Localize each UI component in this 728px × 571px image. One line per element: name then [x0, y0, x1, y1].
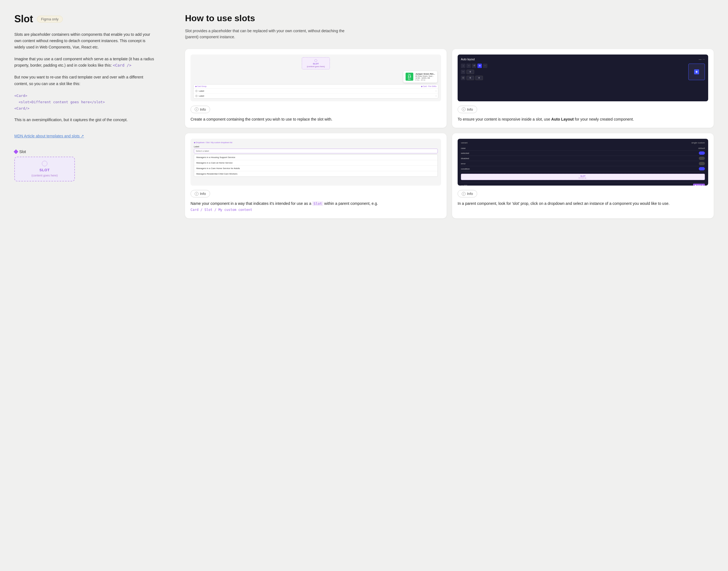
card1-slot-box: SLOT (content goes here)	[302, 57, 330, 70]
al-btn-right: →	[466, 64, 471, 68]
appt-date-box: Tue 13 Mar	[405, 73, 413, 81]
chevron-icon-1: ›	[436, 90, 437, 92]
info-icon-4: i	[462, 192, 466, 196]
info-btn-1[interactable]: i Info	[191, 106, 210, 113]
info-icon-1: i	[195, 107, 199, 111]
person-icon-2	[195, 95, 198, 97]
card4-disabled-label: disabled	[461, 157, 469, 160]
page-title: Slot	[14, 13, 33, 25]
card4-row-selected: selected	[461, 150, 705, 156]
card4-row-disabled: disabled	[461, 156, 705, 161]
card4-selected-label: selected	[461, 152, 469, 154]
card3-content: ◆ Dropdown / Slot / My custom dropdown l…	[191, 139, 441, 186]
slot-code-tag: Slot	[312, 201, 323, 206]
figma-only-badge: Figma only	[37, 16, 63, 23]
card1-slot-circle	[315, 59, 317, 62]
appt-day: 13	[407, 75, 412, 78]
info-btn-3[interactable]: i Info	[191, 190, 210, 197]
al-row-2: ⊡ 0 0	[461, 76, 686, 80]
person-icon-1	[195, 90, 198, 92]
list-row-2: Label ›	[194, 94, 438, 99]
al-row-arrows: ↓ → ↺ ⊞ ···	[461, 64, 686, 68]
info-btn-label-4: Info	[467, 192, 473, 196]
info-btn-label-1: Info	[200, 107, 206, 112]
toggle-disabled[interactable]	[699, 157, 705, 160]
card3-input[interactable]: Select a label	[194, 149, 438, 153]
al-center-icon	[694, 70, 699, 74]
al-icon-padding: ⊡	[461, 76, 465, 80]
al-btn-more: ···	[483, 64, 487, 68]
auto-layout-bold: Auto Layout	[551, 117, 574, 121]
card1-list: ◆ Card Group ◆ Card · Fire Shiftu Label …	[193, 84, 438, 99]
info-btn-4[interactable]: i Info	[458, 190, 477, 197]
card2-content: Auto layout — ··· ↓ → ↺ ⊞	[458, 54, 708, 101]
info-card-2: Auto layout — ··· ↓ → ↺ ⊞	[452, 49, 714, 128]
left-panel: Slot Figma only Slots are placeholder co…	[0, 0, 171, 571]
breadcrumb-left: ◆ Card Group	[195, 85, 207, 88]
title-row: Slot Figma only	[14, 13, 156, 25]
svg-rect-1	[696, 71, 697, 73]
card1-appt-card: Tue 13 Mar Juniper Green Ret... 60 Rose …	[403, 71, 437, 83]
card4-panel-bottom: ↔ slot ◆ Slot ↗	[461, 182, 705, 186]
info-btn-label-3: Info	[200, 192, 206, 196]
al-input-2[interactable]: 0	[466, 76, 474, 80]
card4-variant-label: variant	[461, 141, 468, 144]
al-input-1[interactable]: 0	[466, 70, 474, 74]
slot-diamond-icon	[14, 149, 18, 154]
info-icon-2: i	[462, 107, 466, 111]
more-icon: ···	[703, 58, 705, 61]
slot-inner-text: SLOT	[39, 168, 49, 172]
card4-error-label: error	[461, 162, 466, 165]
dropdown-item-1[interactable]: Managers in a Housing Support Service	[194, 155, 438, 160]
dropdown-item-3[interactable]: Managers in a Care Home Service for Adul…	[194, 166, 438, 171]
card2-desc: To ensure your content is responsive ins…	[458, 116, 708, 122]
card1-image: SLOT (content goes here) Tue 13 Mar Juni…	[191, 54, 441, 101]
card4-desc: In a parent component, look for 'slot' p…	[458, 201, 708, 207]
al-input-3[interactable]: 0	[475, 76, 483, 80]
card4-case-value: default	[698, 147, 705, 149]
card1-slot-sub: (content goes here)	[307, 66, 325, 68]
info-card-1: SLOT (content goes here) Tue 13 Mar Juni…	[185, 49, 447, 128]
card3-path: Card / Slot / My custom content	[191, 208, 252, 212]
intro-text-4: This is an oversimplification, but it ca…	[14, 117, 156, 123]
list-row-1: Label ›	[194, 89, 438, 94]
info-btn-2[interactable]: i Info	[458, 106, 477, 113]
slot-label-text: Slot	[19, 149, 26, 154]
info-btn-label-2: Info	[467, 107, 473, 112]
breadcrumb-right: ◆ Card · Fire Shiftu	[421, 85, 437, 88]
appt-address: 60 Rose Green, Sout...	[415, 75, 435, 77]
row2-left: Label	[195, 95, 204, 97]
appt-duration: 6 hrs · 20 mi	[415, 79, 435, 81]
card4-bottom-value[interactable]: ◆ Slot ↗	[693, 184, 705, 186]
toggle-error[interactable]	[699, 162, 705, 165]
card1-slot-label: SLOT	[313, 63, 319, 65]
card4-content: variant single custom case default selec…	[458, 139, 708, 186]
autolayout-actions: — ···	[699, 58, 705, 61]
dropdown-item-2[interactable]: Managers in a Care at Home Service	[194, 160, 438, 166]
chevron-icon-2: ›	[436, 95, 437, 97]
mdn-link[interactable]: MDN Article about templates and slots ↗	[14, 134, 84, 138]
info-icon-3: i	[195, 192, 199, 196]
appt-info: Juniper Green Ret... 60 Rose Green, Sout…	[415, 73, 435, 81]
card3-label: Label	[194, 145, 438, 148]
row1-label: Label	[199, 90, 204, 92]
code-block: <Card> <slot>Different content goes here…	[14, 93, 156, 112]
al-row-1: ↔ 0	[461, 70, 686, 74]
al-btn-refresh: ↺	[472, 64, 476, 68]
row2-label: Label	[199, 95, 204, 97]
info-card-3: ◆ Dropdown / Slot / My custom dropdown l…	[185, 133, 447, 218]
card4-row-case: case default	[461, 146, 705, 150]
dropdown-item-4[interactable]: Managers Residential Child Care Workers	[194, 171, 438, 177]
card4-case-label: case	[461, 147, 466, 149]
card4-slot-sub: (content g...	[463, 177, 703, 179]
toggle-selected[interactable]	[699, 151, 705, 155]
intro-text-3: But now you want to re-use this card tem…	[14, 74, 156, 87]
card1-breadcrumb: ◆ Card Group ◆ Card · Fire Shiftu	[194, 85, 438, 89]
toggle-condition[interactable]	[699, 167, 705, 170]
card4-bottom-label: ↔ slot	[461, 184, 467, 186]
card4-row-condition: condition	[461, 166, 705, 172]
card3-desc: Name your component in a way that indica…	[191, 201, 441, 213]
card3-image: ◆ Dropdown / Slot / My custom dropdown l…	[191, 139, 441, 186]
cards-grid: SLOT (content goes here) Tue 13 Mar Juni…	[185, 49, 714, 218]
card4-row-error: error	[461, 161, 705, 166]
